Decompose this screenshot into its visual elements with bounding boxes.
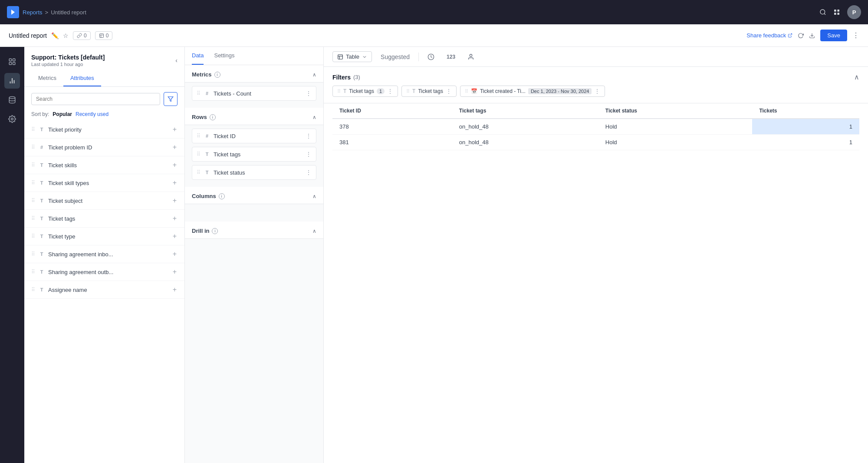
- add-attribute-button[interactable]: +: [172, 196, 178, 205]
- filter-calendar-icon: 📅: [471, 88, 477, 94]
- svg-marker-21: [168, 97, 173, 102]
- attr-label: Sharing agreement outb...: [48, 269, 168, 275]
- cell-ticket-tags: on_hold_48: [452, 119, 598, 135]
- row-menu-button[interactable]: ⋮: [306, 132, 312, 139]
- drill-in-info-icon[interactable]: i: [212, 228, 218, 234]
- sort-popular-link[interactable]: Popular: [53, 111, 72, 117]
- cell-tickets: 1: [752, 119, 859, 135]
- attribute-search-input[interactable]: [31, 93, 160, 105]
- row-ticket-tags: ⠿ T Ticket tags ⋮: [192, 147, 316, 162]
- refresh-button[interactable]: [798, 33, 804, 39]
- attribute-list-item: ⠿ T Assignee name +: [24, 281, 184, 299]
- metrics-section-title: Metrics: [192, 71, 212, 78]
- add-attribute-button[interactable]: +: [172, 267, 178, 277]
- breadcrumb-reports-link[interactable]: Reports: [23, 9, 43, 16]
- add-attribute-button[interactable]: +: [172, 285, 178, 294]
- add-attribute-button[interactable]: +: [172, 160, 178, 170]
- add-attribute-button[interactable]: +: [172, 178, 178, 188]
- svg-rect-7: [99, 33, 103, 37]
- metric-menu-button[interactable]: ⋮: [306, 90, 312, 97]
- attribute-list-item: ⠿ T Ticket priority +: [24, 121, 184, 139]
- filter-badge: 1: [377, 88, 385, 94]
- metrics-info-icon[interactable]: i: [214, 72, 220, 78]
- metrics-section-header[interactable]: Metrics i ∧: [185, 65, 323, 83]
- attribute-filter-button[interactable]: [164, 92, 178, 106]
- drill-in-section-header[interactable]: Drill in i ∧: [185, 222, 323, 239]
- middle-panel: Data Settings Metrics i ∧ ⠿ # Tickets - …: [185, 47, 324, 463]
- tab-attributes[interactable]: Attributes: [63, 70, 101, 86]
- row-label: Ticket status: [214, 169, 302, 176]
- attribute-list-item: ⠿ T Ticket skills +: [24, 156, 184, 174]
- filter-menu-button[interactable]: ⋮: [446, 88, 452, 95]
- avatar[interactable]: P: [847, 5, 861, 19]
- filter-label: Ticket tags: [349, 88, 374, 94]
- drag-handle-icon: ⠿: [31, 287, 35, 293]
- add-attribute-button[interactable]: +: [172, 249, 178, 259]
- add-attribute-button[interactable]: +: [172, 125, 178, 134]
- cell-ticket-id: 378: [332, 119, 452, 135]
- drill-in-section: Drill in i ∧: [185, 222, 323, 265]
- save-button[interactable]: Save: [820, 30, 847, 41]
- add-attribute-button[interactable]: +: [172, 214, 178, 223]
- apps-button[interactable]: [833, 9, 840, 16]
- attr-type-icon: #: [39, 145, 45, 150]
- table-count: 0: [106, 33, 109, 39]
- star-button[interactable]: ☆: [63, 32, 69, 39]
- filter-menu-button[interactable]: ⋮: [594, 88, 600, 95]
- middle-tab-settings[interactable]: Settings: [214, 47, 234, 65]
- attribute-list-item: ⠿ T Ticket subject +: [24, 192, 184, 210]
- attr-label: Ticket subject: [48, 198, 168, 204]
- filter-date-range: Dec 1, 2023 - Nov 30, 2024: [528, 88, 592, 94]
- link-badge: 0: [73, 31, 91, 40]
- svg-rect-14: [9, 63, 11, 65]
- attr-type-icon: T: [39, 269, 45, 274]
- columns-info-icon[interactable]: i: [219, 193, 225, 199]
- right-toolbar: Table Suggested 123: [324, 47, 868, 67]
- drag-handle-icon: ⠿: [197, 90, 201, 96]
- report-toolbar: Untitled report ✏️ ☆ 0 0 Share feedback …: [0, 24, 868, 47]
- clock-button[interactable]: [424, 52, 438, 62]
- number-format-button[interactable]: 123: [443, 52, 459, 62]
- suggested-button[interactable]: Suggested: [377, 52, 413, 62]
- nav-reports-button[interactable]: [4, 73, 20, 89]
- nav-home-button[interactable]: [4, 54, 20, 69]
- sort-label: Sort by:: [31, 111, 49, 117]
- filter-type-icon: T: [343, 88, 346, 94]
- nav-settings-button[interactable]: [4, 111, 20, 127]
- data-table: Ticket ID Ticket tags Ticket status Tick…: [332, 103, 859, 150]
- sort-recently-used-link[interactable]: Recently used: [76, 111, 108, 117]
- row-menu-button[interactable]: ⋮: [306, 151, 312, 158]
- rows-section: Rows i ∧ ⠿ # Ticket ID ⋮ ⠿ T Ticket tags…: [185, 108, 323, 187]
- more-options-button[interactable]: ⋮: [852, 31, 859, 40]
- attribute-list-item: ⠿ T Ticket type +: [24, 228, 184, 245]
- svg-point-1: [820, 10, 825, 14]
- filter-chip-ticket-tags-2[interactable]: ⠿ T Ticket tags ⋮: [401, 86, 457, 97]
- middle-tab-data[interactable]: Data: [192, 47, 204, 65]
- edit-title-button[interactable]: ✏️: [51, 32, 59, 39]
- right-panel: Table Suggested 123 Filters (3): [324, 47, 868, 463]
- filters-collapse-button[interactable]: ∧: [854, 73, 859, 81]
- columns-section-header[interactable]: Columns i ∧: [185, 187, 323, 204]
- filter-label: Ticket tags: [418, 88, 443, 94]
- row-ticket-status: ⠿ T Ticket status ⋮: [192, 165, 316, 180]
- download-button[interactable]: [809, 33, 815, 39]
- share-feedback-link[interactable]: Share feedback: [746, 32, 792, 39]
- icon-sidebar: [0, 47, 24, 463]
- tab-metrics[interactable]: Metrics: [31, 70, 63, 86]
- collapse-left-panel-button[interactable]: ‹: [175, 57, 178, 64]
- attr-label: Ticket priority: [48, 126, 168, 133]
- columns-section: Columns i ∧: [185, 187, 323, 222]
- visualization-selector[interactable]: Table: [332, 51, 372, 62]
- filter-chip-ticket-tags-1[interactable]: ⠿ T Ticket tags 1 ⋮: [332, 86, 398, 97]
- person-button[interactable]: [464, 52, 478, 62]
- row-menu-button[interactable]: ⋮: [306, 169, 312, 176]
- rows-info-icon[interactable]: i: [210, 114, 216, 120]
- nav-data-button[interactable]: [4, 92, 20, 108]
- search-button[interactable]: [819, 9, 826, 16]
- add-attribute-button[interactable]: +: [172, 142, 178, 152]
- add-attribute-button[interactable]: +: [172, 232, 178, 241]
- filter-menu-button[interactable]: ⋮: [387, 88, 393, 95]
- rows-section-header[interactable]: Rows i ∧: [185, 108, 323, 125]
- filter-chip-ticket-created[interactable]: ⠿ 📅 Ticket created - Ti... Dec 1, 2023 -…: [460, 86, 605, 97]
- attribute-list: ⠿ T Ticket priority + ⠿ # Ticket problem…: [24, 121, 184, 463]
